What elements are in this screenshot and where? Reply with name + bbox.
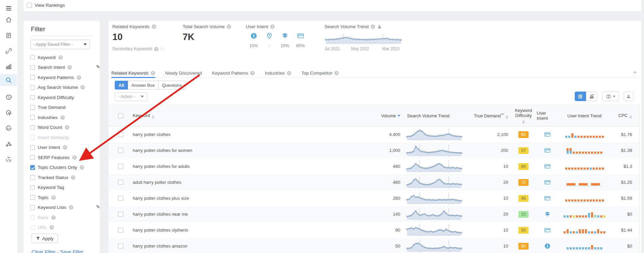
row-checkbox[interactable]	[118, 196, 123, 201]
select-all-checkbox[interactable]	[118, 113, 123, 118]
edit-pencil-icon[interactable]: ✎	[96, 64, 100, 70]
save-filter-link[interactable]: Save Filter	[60, 249, 84, 253]
segment-all[interactable]: All	[115, 81, 128, 90]
network-icon[interactable]	[0, 138, 17, 150]
download-button[interactable]	[624, 92, 633, 101]
help-icon[interactable]	[50, 225, 54, 230]
filter-checkbox[interactable]	[30, 145, 35, 150]
column-header-volume[interactable]: Volume	[347, 113, 402, 118]
filter-checkbox[interactable]	[30, 215, 35, 220]
help-icon[interactable]	[152, 24, 156, 29]
filter-item-user-intent: User Intent	[30, 144, 95, 151]
filter-checkbox[interactable]	[30, 55, 35, 60]
chart-view-button[interactable]	[586, 92, 597, 101]
filter-checkbox[interactable]	[30, 155, 35, 160]
filter-checkbox[interactable]	[30, 185, 35, 190]
action-dropdown[interactable]: - Action -	[115, 92, 147, 101]
help-icon[interactable]	[60, 115, 65, 120]
column-header-true-demand[interactable]: True Demand™	[466, 112, 510, 119]
download-icon	[626, 94, 631, 99]
filter-checkbox[interactable]	[30, 225, 35, 230]
user-intent-signpost: 10%	[277, 32, 293, 48]
filter-checkbox[interactable]	[30, 135, 35, 140]
row-checkbox[interactable]	[118, 148, 123, 153]
help-icon[interactable]	[371, 24, 375, 29]
tab-industries[interactable]: Industries	[265, 68, 291, 78]
help-icon[interactable]	[334, 71, 339, 75]
help-icon[interactable]	[287, 71, 291, 75]
help-icon[interactable]	[68, 65, 72, 70]
filter-checkbox[interactable]	[30, 105, 35, 110]
edit-pencil-icon[interactable]: ✎	[96, 204, 100, 210]
help-icon[interactable]	[65, 125, 69, 130]
help-icon[interactable]	[80, 85, 85, 90]
auto-language-icon[interactable]: A	[0, 153, 17, 166]
search-volume-trend-sparkline	[325, 33, 402, 46]
help-icon[interactable]	[77, 75, 81, 80]
apply-saved-filter-dropdown[interactable]: - Apply Saved Filter -	[30, 40, 90, 49]
filter-checkbox[interactable]	[30, 125, 35, 130]
filter-checkbox[interactable]	[30, 195, 35, 200]
row-checkbox[interactable]	[118, 228, 123, 233]
keyword-difficulty-cell: 72	[510, 179, 537, 186]
keyword-difficulty-cell: 80	[510, 243, 537, 250]
row-checkbox[interactable]	[118, 132, 123, 137]
column-header-cpc[interactable]: CPC	[611, 113, 634, 119]
segment-answer-box[interactable]: Answer Box	[128, 81, 159, 90]
tab-related-keywords[interactable]: Related Keywords	[111, 68, 155, 78]
row-checkbox[interactable]	[118, 180, 123, 185]
table-view-button[interactable]	[575, 92, 586, 101]
filter-checkbox[interactable]	[30, 205, 35, 210]
bar-chart-icon[interactable]	[0, 60, 17, 73]
help-icon[interactable]	[58, 55, 63, 60]
tab-keyword-patterns[interactable]: Keyword Patterns	[212, 68, 255, 78]
add-tab-icon[interactable]	[632, 70, 638, 76]
help-icon[interactable]	[72, 155, 77, 160]
clear-filter-link[interactable]: Clear Filter	[32, 249, 56, 253]
column-header-keyword[interactable]: Keyword	[133, 113, 347, 119]
row-checkbox[interactable]	[118, 164, 123, 169]
search-icon[interactable]	[0, 74, 17, 86]
home-icon[interactable]	[0, 14, 17, 26]
help-icon[interactable]	[80, 165, 84, 170]
help-icon[interactable]	[250, 71, 255, 75]
row-checkbox[interactable]	[118, 212, 123, 217]
tab-top-competitor[interactable]: Top Competitor	[301, 68, 339, 78]
filter-checkbox[interactable]	[30, 165, 35, 170]
link-icon[interactable]	[0, 45, 17, 57]
filter-item-label: Topic	[38, 195, 49, 200]
view-rankings-checkbox[interactable]	[27, 3, 32, 8]
filter-checkbox[interactable]	[30, 75, 35, 80]
cursor-click-icon[interactable]	[0, 106, 17, 119]
filter-checkbox[interactable]	[30, 95, 35, 100]
help-icon[interactable]	[227, 24, 231, 29]
keyword-cell: harry potter clothes amazon	[133, 244, 347, 249]
download-icon[interactable]	[377, 24, 382, 29]
help-icon[interactable]	[63, 145, 67, 150]
apply-button[interactable]: Apply	[32, 234, 58, 243]
filter-item-label: True Demand	[38, 105, 66, 110]
360-icon[interactable]: 360°	[0, 122, 17, 134]
view-mode-toggle	[575, 92, 597, 101]
filter-checkbox[interactable]	[30, 65, 35, 70]
brain-icon[interactable]	[0, 91, 17, 103]
user-intent-breakdown: 10%-10%80%	[246, 32, 308, 48]
filter-checkbox[interactable]	[30, 85, 35, 90]
user-intent-percent: 10%	[249, 43, 258, 48]
tab-newly-discovered[interactable]: Newly Discovered	[165, 68, 202, 78]
help-icon[interactable]	[69, 205, 73, 210]
row-checkbox[interactable]	[118, 244, 123, 249]
help-icon[interactable]	[151, 71, 155, 75]
column-header-keyword-difficulty[interactable]: Keyword Difficulty	[510, 108, 537, 124]
segment-questions[interactable]: Questions	[158, 81, 186, 90]
columns-button[interactable]	[602, 92, 619, 101]
help-icon[interactable]	[154, 47, 159, 51]
help-icon[interactable]	[51, 195, 56, 200]
filter-checkbox[interactable]	[30, 175, 35, 180]
help-icon[interactable]	[71, 175, 75, 180]
filter-checkbox[interactable]	[30, 115, 35, 120]
article-icon[interactable]	[0, 29, 17, 41]
menu-icon[interactable]	[0, 2, 17, 14]
help-icon[interactable]	[270, 24, 275, 29]
help-icon[interactable]	[51, 215, 56, 220]
